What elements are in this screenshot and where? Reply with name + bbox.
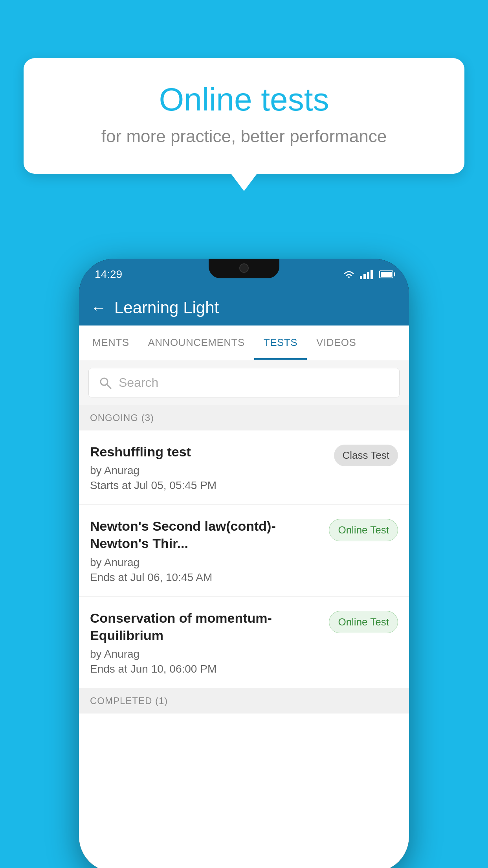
tab-bar: MENTS ANNOUNCEMENTS TESTS VIDEOS [79,326,409,360]
search-placeholder: Search [119,375,158,390]
back-button[interactable]: ← [91,299,106,317]
search-container: Search [79,360,409,405]
test-by: by Anurag [90,648,323,660]
test-info: Newton's Second law(contd)-Newton's Thir… [90,517,323,583]
phone-screen: ← Learning Light MENTS ANNOUNCEMENTS TES… [79,290,409,868]
speech-bubble: Online tests for more practice, better p… [24,58,464,174]
tab-tests[interactable]: TESTS [254,326,307,360]
tab-announcements[interactable]: ANNOUNCEMENTS [139,326,254,360]
svg-line-1 [107,384,111,388]
test-badge-class: Class Test [334,445,398,466]
test-time: Starts at Jul 05, 05:45 PM [90,479,328,492]
bubble-subtitle: for more practice, better performance [55,127,433,146]
test-by: by Anurag [90,464,328,477]
battery-icon [379,270,393,278]
test-by: by Anurag [90,556,323,569]
bubble-title: Online tests [55,82,433,117]
test-name: Conservation of momentum-Equilibrium [90,609,323,644]
test-info: Reshuffling test by Anurag Starts at Jul… [90,443,328,492]
search-icon [98,376,112,390]
status-icons [343,269,393,280]
app-title: Learning Light [114,298,219,317]
app-header: ← Learning Light [79,290,409,326]
test-badge-online: Online Test [329,519,398,541]
tab-videos[interactable]: VIDEOS [307,326,365,360]
search-bar[interactable]: Search [88,368,400,397]
test-time: Ends at Jun 10, 06:00 PM [90,663,323,675]
test-item[interactable]: Conservation of momentum-Equilibrium by … [79,597,409,688]
tab-ments[interactable]: MENTS [83,326,139,360]
test-badge-online: Online Test [329,611,398,633]
test-name: Reshuffling test [90,443,328,460]
ongoing-section-label: ONGOING (3) [79,405,409,430]
test-time: Ends at Jul 06, 10:45 AM [90,571,323,584]
test-item[interactable]: Reshuffling test by Anurag Starts at Jul… [79,430,409,505]
wifi-icon [343,269,355,280]
front-camera [239,263,249,273]
completed-section-label: COMPLETED (1) [79,688,409,714]
signal-icon [360,270,373,279]
test-list: Reshuffling test by Anurag Starts at Jul… [79,430,409,688]
test-name: Newton's Second law(contd)-Newton's Thir… [90,517,323,552]
status-time: 14:29 [95,268,122,281]
phone-notch [209,259,279,278]
test-info: Conservation of momentum-Equilibrium by … [90,609,323,675]
test-item[interactable]: Newton's Second law(contd)-Newton's Thir… [79,505,409,596]
phone-frame: 14:29 ← Learning Light [79,259,409,868]
